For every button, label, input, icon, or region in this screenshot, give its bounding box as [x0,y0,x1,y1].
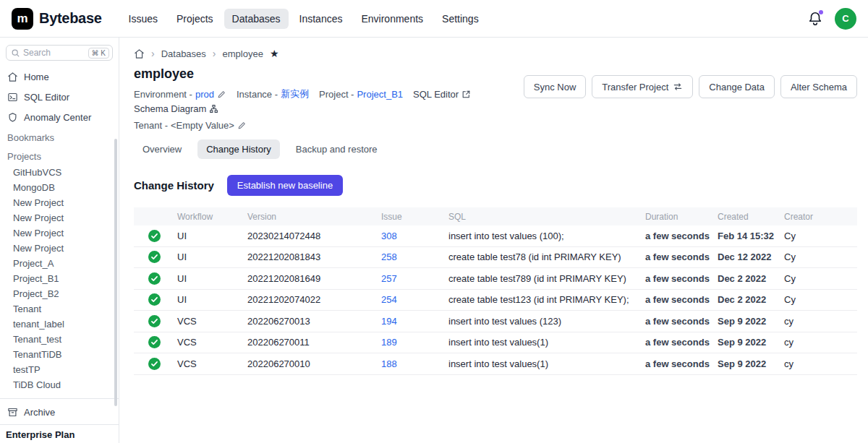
tab-change-history[interactable]: Change History [197,139,280,159]
sidebar-project-item[interactable]: New Project [0,225,119,241]
avatar[interactable]: C [835,8,856,30]
cell-duration: a few seconds [642,316,715,327]
sync-now-button[interactable]: Sync Now [524,75,587,98]
transfer-project-button[interactable]: Transfer Project [592,75,693,98]
sidebar-project-item[interactable]: TenantTiDB [0,347,119,362]
plan-label[interactable]: Enterprise Plan [0,424,119,443]
sidebar-project-item[interactable]: TiDB Cloud [0,377,119,392]
sidebar-item-sql-editor[interactable]: SQL Editor [0,87,119,107]
sidebar-project-item[interactable]: testTP [0,362,119,377]
sidebar-scrollbar[interactable] [114,139,117,406]
cell-workflow: UI [174,231,244,241]
nav-projects[interactable]: Projects [169,9,221,29]
schema-diagram-shortcut[interactable]: Schema Diagram [134,103,218,114]
tenant-label: Tenant - [134,120,168,131]
cell-sql: create table test78 (id int PRIMARY KEY) [446,251,642,262]
cell-sql: insert into test values (100); [446,231,642,241]
breadcrumb-home-icon[interactable] [134,48,145,59]
sidebar-project-item[interactable]: New Project [0,195,119,210]
success-icon [134,293,174,306]
main-content: › Databases › employee ★ employee Enviro… [119,38,868,443]
issue-link[interactable]: 194 [378,316,446,327]
sidebar-project-item[interactable]: New Project [0,241,119,256]
cell-version: 202206270011 [244,337,378,348]
sidebar-project-item[interactable]: tenant_label [0,317,119,332]
sidebar-project-item[interactable]: New Project [0,210,119,225]
success-icon [134,272,174,285]
establish-baseline-button[interactable]: Establish new baseline [227,175,343,196]
nav-databases[interactable]: Databases [224,9,289,29]
bookmark-star-icon[interactable]: ★ [270,48,279,59]
sidebar-project-item[interactable]: Project_B1 [0,271,119,286]
sidebar-item-label: SQL Editor [24,92,69,103]
chevron-right-icon: › [151,48,155,59]
change-data-button[interactable]: Change Data [699,75,775,98]
search-box[interactable]: ⌘ K [6,45,113,61]
issue-link[interactable]: 254 [378,294,446,305]
search-shortcut: ⌘ K [88,48,109,59]
table-row[interactable]: UI20221202081843258create table test78 (… [134,247,857,269]
table-row[interactable]: UI20221202074022254create table test123 … [134,290,857,311]
sidebar-item-home[interactable]: Home [0,66,119,87]
change-history-panel: Change History Establish new baseline Wo… [119,159,868,375]
success-icon [134,315,174,327]
alter-schema-button[interactable]: Alter Schema [780,75,857,98]
search-input[interactable] [23,48,85,58]
tab-backup-and-restore[interactable]: Backup and restore [287,139,386,159]
sidebar-project-item[interactable]: Project_B2 [0,286,119,301]
nav-issues[interactable]: Issues [121,9,166,29]
brand[interactable]: m Bytebase [12,8,102,30]
table-row[interactable]: UI20230214072448308insert into test valu… [134,225,857,247]
sidebar-project-item[interactable]: MongoDB [0,180,119,195]
cell-version: 202206270010 [244,358,378,369]
issue-link[interactable]: 258 [378,251,446,262]
issue-link[interactable]: 308 [378,231,446,241]
sidebar-project-item[interactable]: Tenant [0,301,119,317]
environment-meta: Environment - prod [134,89,226,100]
tab-overview[interactable]: Overview [134,139,190,159]
issue-link[interactable]: 257 [378,273,446,284]
nav-instances[interactable]: Instances [292,9,351,29]
page-header: employee Environment - prod Instance - 新… [119,64,868,137]
sidebar-item-archive[interactable]: Archive [0,402,119,422]
cell-created: Dec 12 2022 [715,251,781,262]
cell-duration: a few seconds [642,358,715,369]
tenant-value: <Empty Value> [171,120,234,131]
cell-created: Sep 9 2022 [715,337,781,348]
chevron-right-icon: › [213,48,216,59]
environment-link[interactable]: prod [195,89,214,100]
breadcrumb-databases[interactable]: Databases [161,48,206,59]
sidebar-project-item[interactable]: Project_A [0,256,119,271]
cell-creator: cy [781,316,857,327]
edit-pencil-icon[interactable] [217,90,226,99]
nav-settings[interactable]: Settings [434,9,487,29]
column-header: Version [244,212,378,222]
instance-link[interactable]: 新实例 [281,87,309,100]
anomaly-center-icon [7,112,18,123]
nav-environments[interactable]: Environments [353,9,431,29]
sql-editor-shortcut[interactable]: SQL Editor [413,89,471,100]
issue-link[interactable]: 188 [378,358,446,369]
cell-creator: Cy [781,273,857,284]
cell-version: 20221202081649 [244,273,378,284]
sidebar-project-item[interactable]: Tenant_test [0,332,119,347]
sidebar-item-anomaly-center[interactable]: Anomaly Center [0,107,119,127]
issue-link[interactable]: 189 [378,337,446,348]
top-nav: IssuesProjectsDatabasesInstancesEnvironm… [121,9,487,29]
cell-workflow: UI [174,273,244,284]
table-row[interactable]: VCS202206270011189insert into test value… [134,332,857,354]
breadcrumb: › Databases › employee ★ [119,38,868,64]
sidebar-project-item[interactable]: GitHubVCS [0,165,119,180]
project-meta: Project - Project_B1 [319,89,403,100]
notification-bell-icon[interactable] [807,11,823,27]
edit-pencil-icon[interactable] [237,121,247,130]
table-row[interactable]: UI20221202081649257create table test789 … [134,268,857,290]
table-row[interactable]: VCS202206270013194insert into test value… [134,311,857,332]
cell-version: 202206270013 [244,316,378,327]
column-header: Issue [378,212,446,222]
page-actions: Sync NowTransfer ProjectChange DataAlter… [524,75,857,137]
table-row[interactable]: VCS202206270010188insert into test value… [134,353,857,375]
cell-sql: insert into test values(1) [446,337,642,348]
project-link[interactable]: Project_B1 [357,89,403,100]
cell-created: Sep 9 2022 [715,316,781,327]
